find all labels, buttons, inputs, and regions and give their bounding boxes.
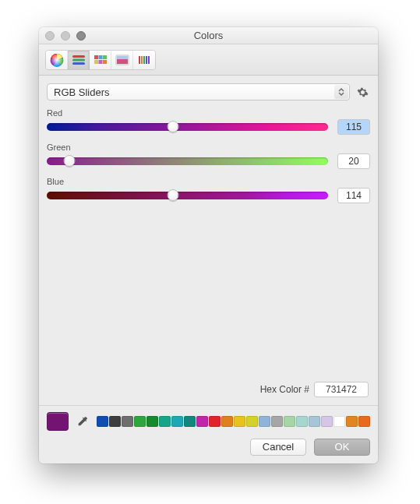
palette-swatch[interactable]: [171, 416, 183, 427]
svg-rect-4: [72, 62, 85, 65]
chevron-updown-icon: [334, 85, 348, 99]
svg-rect-17: [146, 56, 147, 64]
palette-swatch[interactable]: [296, 416, 308, 427]
mode-image[interactable]: [111, 51, 133, 69]
palette-swatch[interactable]: [97, 416, 108, 427]
palettes-icon: [94, 55, 108, 65]
palette-swatch[interactable]: [346, 416, 358, 427]
palette-swatch[interactable]: [134, 416, 146, 427]
cancel-button[interactable]: Cancel: [250, 439, 306, 456]
slider-blue-label: Blue: [47, 177, 370, 186]
svg-rect-18: [148, 56, 150, 64]
palette-swatch[interactable]: [309, 416, 320, 427]
svg-point-1: [51, 54, 63, 66]
palette-swatch[interactable]: [321, 416, 333, 427]
palette-swatch[interactable]: [122, 416, 133, 427]
close-icon[interactable]: [45, 31, 55, 41]
palette-swatch[interactable]: [234, 416, 245, 427]
hex-label: Hex Color #: [260, 384, 309, 395]
palette-swatch[interactable]: [284, 416, 295, 427]
svg-rect-14: [139, 56, 140, 64]
sliders-icon: [72, 55, 86, 65]
palette-swatch[interactable]: [159, 416, 171, 427]
button-row: Cancel OK: [47, 439, 370, 456]
eyedropper-icon[interactable]: [76, 414, 89, 428]
slider-red-thumb[interactable]: [168, 121, 179, 132]
hex-row: Hex Color # 731472: [39, 377, 378, 405]
svg-rect-6: [98, 55, 102, 59]
content-area: RGB Sliders Red 115 Green: [39, 76, 378, 405]
slider-green-block: Green 20: [39, 139, 378, 174]
palette-swatch[interactable]: [146, 416, 158, 427]
slider-green-track[interactable]: [47, 157, 328, 165]
gear-icon[interactable]: [355, 84, 370, 100]
svg-rect-16: [143, 56, 145, 64]
svg-rect-2: [72, 55, 85, 58]
slider-red-value[interactable]: 115: [337, 119, 370, 135]
slider-green-label: Green: [47, 143, 370, 152]
svg-rect-3: [72, 58, 85, 61]
hex-field[interactable]: 731472: [314, 382, 369, 397]
slider-blue-block: Blue 114: [39, 174, 378, 208]
palette-swatch[interactable]: [259, 416, 270, 427]
mode-palettes[interactable]: [90, 51, 111, 69]
slider-green-value[interactable]: 20: [337, 153, 370, 169]
slider-type-row: RGB Sliders: [39, 76, 378, 105]
svg-rect-15: [141, 56, 143, 64]
ok-button[interactable]: OK: [314, 439, 370, 456]
svg-rect-5: [94, 55, 98, 59]
mode-group: [45, 50, 156, 70]
slider-blue-track[interactable]: [47, 192, 328, 199]
palette-swatch[interactable]: [184, 416, 196, 427]
color-picker-window: Colors: [39, 27, 378, 463]
svg-rect-12: [117, 59, 128, 64]
bottom-bar: Cancel OK: [39, 405, 378, 463]
zoom-icon[interactable]: [76, 31, 86, 41]
slider-red-block: Red 115: [39, 105, 378, 139]
palette: [97, 416, 370, 427]
color-wheel-icon: [50, 53, 64, 67]
mode-sliders[interactable]: [68, 51, 90, 69]
slider-blue-value[interactable]: 114: [337, 188, 370, 203]
current-color-swatch[interactable]: [47, 412, 69, 431]
palette-swatch[interactable]: [246, 416, 258, 427]
svg-rect-10: [103, 60, 107, 64]
slider-type-dropdown[interactable]: RGB Sliders: [47, 83, 350, 100]
dropdown-label: RGB Sliders: [54, 86, 110, 98]
image-icon: [115, 55, 129, 65]
minimize-icon[interactable]: [61, 31, 70, 41]
slider-blue-thumb[interactable]: [168, 189, 179, 201]
traffic-lights: [45, 31, 86, 41]
mode-wheel[interactable]: [46, 51, 68, 69]
palette-swatch[interactable]: [221, 416, 233, 427]
slider-red-track[interactable]: [47, 123, 328, 131]
pencils-icon: [137, 55, 151, 65]
palette-swatch[interactable]: [334, 416, 345, 427]
toolbar: [39, 44, 378, 76]
swatch-row: [47, 412, 370, 431]
mode-pencils[interactable]: [133, 51, 155, 69]
svg-rect-7: [103, 55, 107, 59]
palette-swatch[interactable]: [109, 416, 121, 427]
svg-rect-13: [117, 56, 128, 59]
svg-rect-8: [94, 60, 98, 64]
window-title: Colors: [194, 30, 224, 41]
slider-red-label: Red: [47, 108, 370, 118]
slider-green-thumb[interactable]: [63, 155, 75, 167]
palette-swatch[interactable]: [271, 416, 283, 427]
palette-swatch[interactable]: [196, 416, 208, 427]
palette-swatch[interactable]: [358, 416, 370, 427]
svg-rect-9: [98, 60, 102, 64]
titlebar: Colors: [39, 27, 378, 44]
palette-swatch[interactable]: [209, 416, 221, 427]
